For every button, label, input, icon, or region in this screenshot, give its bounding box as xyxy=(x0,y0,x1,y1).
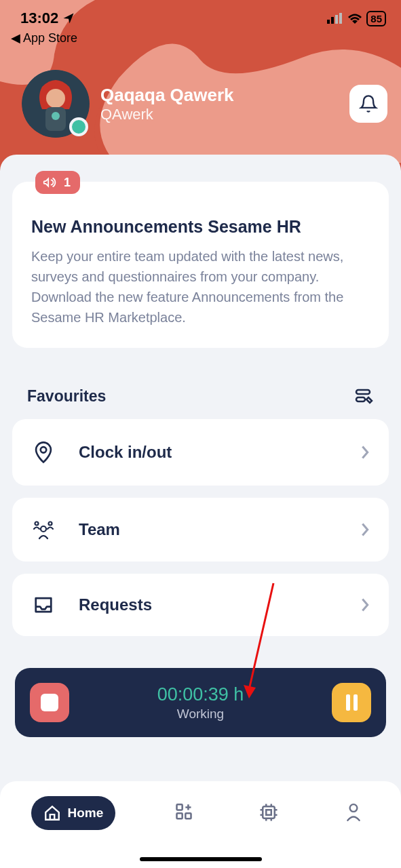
announcement-body: Keep your entire team updated with the l… xyxy=(31,246,370,328)
announcement-title: New Announcements Sesame HR xyxy=(31,217,370,237)
bell-icon xyxy=(359,94,378,113)
svg-rect-20 xyxy=(267,810,272,815)
favourite-clock-in-out[interactable]: Clock in/out xyxy=(12,419,389,486)
favourite-label: Team xyxy=(79,520,337,539)
chevron-right-icon xyxy=(360,597,370,612)
profile-header: Qaqaqa Qawerk QAwerk xyxy=(0,45,401,138)
svg-point-10 xyxy=(41,447,47,453)
svg-rect-16 xyxy=(177,813,183,818)
favourite-label: Clock in/out xyxy=(79,443,337,462)
cellular-icon xyxy=(327,13,343,24)
cpu-icon xyxy=(259,802,279,823)
back-to-app-store[interactable]: ◀ App Store xyxy=(0,28,401,45)
svg-point-7 xyxy=(52,112,60,120)
svg-point-12 xyxy=(35,522,39,526)
status-time: 13:02 xyxy=(20,9,58,27)
favourite-requests[interactable]: Requests xyxy=(12,574,389,636)
svg-rect-0 xyxy=(327,20,330,24)
profile-name: Qaqaqa Qawerk xyxy=(100,85,339,106)
notifications-button[interactable] xyxy=(349,85,387,123)
svg-point-21 xyxy=(350,804,358,812)
apps-icon xyxy=(174,803,193,822)
favourite-label: Requests xyxy=(79,595,337,614)
nav-home-label: Home xyxy=(68,806,104,821)
pause-icon xyxy=(346,694,350,711)
announcement-badge: 1 xyxy=(35,171,80,194)
svg-rect-2 xyxy=(335,15,338,24)
online-status-dot xyxy=(69,117,88,136)
svg-point-5 xyxy=(46,89,65,108)
svg-rect-8 xyxy=(356,390,370,394)
chevron-right-icon xyxy=(360,522,370,537)
megaphone-icon xyxy=(42,175,57,190)
avatar[interactable] xyxy=(22,70,90,138)
home-icon xyxy=(43,804,61,822)
person-icon xyxy=(345,803,362,822)
stop-icon xyxy=(41,694,58,711)
svg-rect-17 xyxy=(186,813,191,818)
timer-bar: 00:00:39 h Working xyxy=(15,668,386,737)
chevron-right-icon xyxy=(360,445,370,460)
inbox-icon xyxy=(33,595,54,614)
edit-favourites-icon[interactable] xyxy=(355,389,374,405)
profile-company: QAwerk xyxy=(100,106,339,123)
timer-time: 00:00:39 h xyxy=(69,684,332,705)
favourite-team[interactable]: Team xyxy=(12,498,389,561)
location-icon xyxy=(62,12,75,24)
pause-button[interactable] xyxy=(332,683,371,722)
timer-status: Working xyxy=(69,707,332,722)
announcement-count: 1 xyxy=(64,176,71,190)
svg-point-13 xyxy=(49,522,52,526)
location-pin-icon xyxy=(33,441,54,464)
announcement-card[interactable]: 1 New Announcements Sesame HR Keep your … xyxy=(12,182,389,348)
nav-home[interactable]: Home xyxy=(31,796,116,830)
battery-indicator: 85 xyxy=(366,11,386,26)
svg-rect-18 xyxy=(177,804,183,810)
svg-rect-1 xyxy=(331,17,334,24)
svg-point-11 xyxy=(41,526,46,532)
nav-apps[interactable] xyxy=(168,796,200,829)
svg-rect-19 xyxy=(263,806,275,818)
favourites-heading: Favourites xyxy=(27,387,106,406)
nav-settings[interactable] xyxy=(252,796,285,829)
stop-button[interactable] xyxy=(30,683,69,722)
wifi-icon xyxy=(347,13,362,24)
nav-profile[interactable] xyxy=(337,796,370,829)
home-indicator xyxy=(140,857,262,861)
team-icon xyxy=(33,519,54,540)
status-bar: 13:02 85 xyxy=(0,0,401,28)
svg-rect-9 xyxy=(356,397,365,401)
svg-rect-3 xyxy=(339,13,342,24)
bottom-nav: Home xyxy=(0,781,401,868)
